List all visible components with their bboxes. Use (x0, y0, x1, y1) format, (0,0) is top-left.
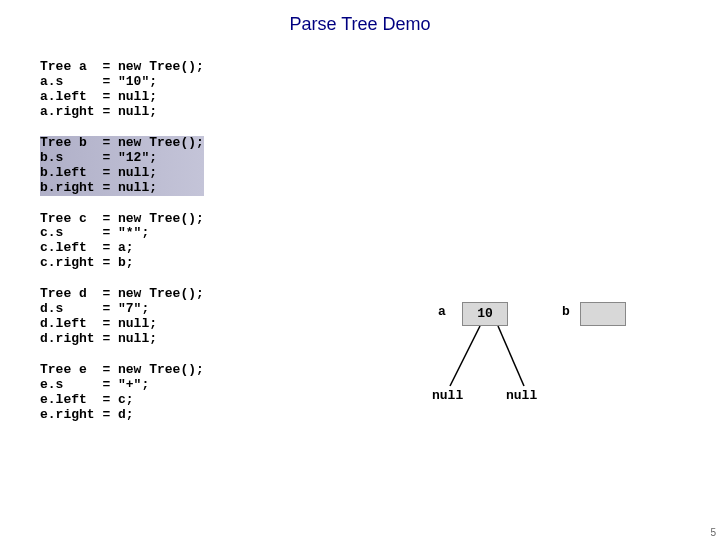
svg-line-1 (498, 326, 524, 386)
svg-line-0 (450, 326, 480, 386)
node-a-label: a (438, 304, 446, 319)
code-block-d: Tree d = new Tree(); d.s = "7"; d.left =… (40, 287, 204, 347)
code-block-b: Tree b = new Tree(); b.s = "12"; b.left … (40, 136, 204, 196)
node-a-box: 10 (462, 302, 508, 326)
page-number: 5 (710, 527, 716, 538)
code-block-a: Tree a = new Tree(); a.s = "10"; a.left … (40, 60, 204, 120)
leaf-null-right: null (506, 388, 537, 403)
code-area: Tree a = new Tree(); a.s = "10"; a.left … (40, 60, 204, 439)
code-block-e: Tree e = new Tree(); e.s = "+"; e.left =… (40, 363, 204, 423)
node-b-box (580, 302, 626, 326)
leaf-null-left: null (432, 388, 463, 403)
code-block-c: Tree c = new Tree(); c.s = "*"; c.left =… (40, 212, 204, 272)
tree-diagram: a 10 b null null (420, 300, 680, 480)
page-title: Parse Tree Demo (0, 0, 720, 45)
node-b-label: b (562, 304, 570, 319)
